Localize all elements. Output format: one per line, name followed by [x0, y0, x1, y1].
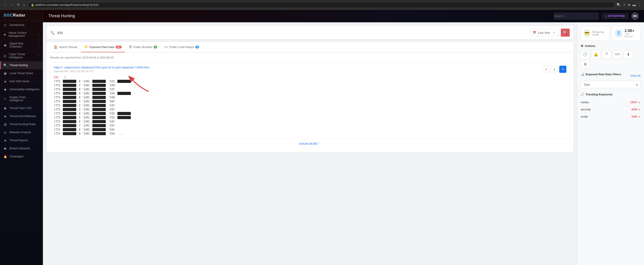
credit-icon: 💳	[584, 29, 590, 37]
redacted-block	[92, 104, 106, 107]
action-code-btn[interactable]: </>	[613, 50, 622, 58]
sidebar-item-digital-risk[interactable]: ◉ Digital Risk Protection ›	[0, 40, 43, 50]
sidebar-item-label: Malware Analysis	[10, 131, 31, 134]
browser-extension-icon[interactable]: ▬	[632, 3, 636, 7]
search-icon: 🔍	[50, 31, 54, 35]
edit-btn[interactable]: ✎	[559, 66, 566, 73]
content-area: 🔍 📅 Last Year ✕ 🔍 🏠 Search Res	[43, 22, 644, 265]
result-actions: ↗ ⇓ ✎	[542, 66, 566, 73]
records-icon: 🗄	[615, 29, 622, 37]
action-alert-btn[interactable]: 🔔	[592, 50, 600, 58]
open-external-btn[interactable]: ↗	[542, 66, 550, 73]
forward-button[interactable]: →	[10, 2, 15, 7]
sidebar-item-label: Supply Chain Intelligence	[9, 96, 40, 102]
sidebar: SOCRadar ⊙ Dashboards ◈ Attack Surface M…	[0, 10, 43, 265]
browser-menu-icon[interactable]: ⋮	[638, 3, 641, 7]
search-button[interactable]: 🔍	[561, 29, 570, 37]
home-button[interactable]: ⌂	[22, 2, 26, 7]
show-more-label: SHOW MORE	[299, 142, 318, 145]
sidebar-item-cyber-threat[interactable]: ◎ Cyber Threat Intelligence ˅	[0, 50, 43, 61]
browser-star-icon[interactable]: ★	[628, 3, 630, 7]
trending-up-icon: ▲	[638, 108, 640, 111]
result-link[interactable]: https:// .org/premium-database/135m-gsm-…	[54, 66, 566, 69]
enterprise-label: ENTERPRISE	[608, 14, 625, 18]
redacted-block	[63, 112, 76, 115]
sidebar-item-breach[interactable]: ◉ Breach Datasets	[0, 144, 43, 152]
sidebar-item-label: Dark Web News	[10, 80, 30, 83]
sidebar-item-threat-hunting[interactable]: 🔍 Threat Hunting	[0, 61, 43, 69]
redacted-block	[92, 96, 106, 99]
clear-all-button[interactable]: Clear All	[630, 74, 640, 77]
tab-public-buckets[interactable]: 🗄 Public Buckets 0	[125, 42, 161, 52]
refresh-button[interactable]: ↻	[16, 2, 21, 7]
redacted-block	[92, 120, 106, 123]
redacted-block	[63, 124, 76, 127]
user-avatar[interactable]: MS	[632, 12, 639, 20]
sidebar-item-label: Threat Actor/Malware	[10, 115, 36, 118]
redacted-block	[118, 116, 131, 119]
back-button[interactable]: ←	[3, 2, 8, 7]
browser-share-icon[interactable]: ⇧	[623, 3, 626, 7]
vulnerability-icon: ◆	[3, 88, 7, 91]
sidebar-item-label: Breach Datasets	[10, 147, 30, 150]
sidebar-item-malware[interactable]: ◎ Malware Analysis	[0, 128, 43, 136]
dashboards-icon: ⊙	[3, 23, 7, 27]
action-icons-group: 🕐 🔔 ? </> ⬆ ⚙	[581, 50, 640, 68]
table-row: (773 9 '1291 '554 ...	[54, 132, 566, 136]
browser-navigation[interactable]: ← → ↻ ⌂	[3, 2, 26, 7]
date-selector[interactable]: 📅 Last Year ✕	[530, 29, 558, 36]
page-title: Threat Hunting	[48, 14, 550, 18]
redacted-block	[63, 108, 76, 111]
action-clock-btn[interactable]: 🕐	[581, 50, 590, 58]
filter-header: 📊 Exposed Raw Data Filters Clear All	[581, 73, 640, 79]
tab-badge-exposed: 10+	[116, 45, 122, 48]
enterprise-badge: ♦ ENTERPRISE	[602, 13, 628, 19]
download-btn[interactable]: ⇓	[551, 66, 558, 73]
show-more-button[interactable]: SHOW MORE ˅	[50, 139, 570, 149]
sidebar-item-local-threat[interactable]: ▣ Local Threat Share	[0, 69, 43, 77]
action-upload-btn[interactable]: ⬆	[624, 50, 632, 58]
action-settings-btn[interactable]: ⚙	[581, 60, 590, 68]
redacted-block	[118, 112, 131, 115]
trending-count: 2835 ▲	[631, 108, 640, 111]
search-input[interactable]	[57, 31, 527, 35]
clear-date-icon[interactable]: ✕	[553, 31, 555, 34]
browser-bar: ← → ↻ ⌂ 🔒 platform.socradar.com/app/thre…	[0, 0, 644, 10]
tab-exposed-raw[interactable]: 📁 Exposed Raw Data 10+	[81, 42, 125, 52]
redacted-block	[63, 88, 76, 91]
tab-label: Search Result	[59, 45, 77, 49]
sidebar-item-label: Threat Feed / IOC	[10, 107, 32, 110]
tab-search-result[interactable]: 🏠 Search Result	[50, 42, 81, 52]
sidebar-item-attack-surface[interactable]: ◈ Attack Surface Management ›	[0, 29, 43, 40]
redacted-block	[63, 96, 76, 99]
sidebar-item-threat-feed[interactable]: ◉ Threat Feed / IOC	[0, 104, 43, 112]
actions-section-title: ⚙ Actions	[581, 44, 640, 48]
result-meta: Exposed File - 2023 Jun 28 3:4 UTC	[54, 70, 566, 73]
redacted-block	[92, 84, 106, 87]
table-row: (773 6 '1291 '531	[54, 79, 566, 83]
sidebar-item-threat-reports[interactable]: ◈ Threat Reports	[0, 136, 43, 144]
search-bar-container: 🔍 📅 Last Year ✕ 🔍	[46, 26, 573, 39]
sidebar-item-label: Threat Hunting Rules	[10, 123, 36, 126]
sidebar-item-campaigns[interactable]: 🔥 Campaigns	[0, 152, 43, 160]
main-content: Threat Hunting ♦ ENTERPRISE MS 🔍 📅	[43, 10, 644, 265]
redacted-block	[63, 84, 76, 87]
tab-public-code[interactable]: <> Public Code Repos 0	[161, 42, 202, 52]
url-bar[interactable]: 🔒 platform.socradar.com/app/threat-hunti…	[28, 2, 615, 8]
sidebar-item-threat-actor[interactable]: ◈ Threat Actor/Malware	[0, 112, 43, 120]
action-question-btn[interactable]: ?	[602, 50, 611, 58]
trending-keyword: media	[581, 101, 588, 104]
sidebar-item-dashboards[interactable]: ⊙ Dashboards	[0, 21, 43, 29]
header-search-input[interactable]	[554, 13, 598, 19]
browser-search-icon[interactable]: 🔍	[616, 3, 621, 7]
sidebar-item-dark-web[interactable]: ◈ Dark Web News	[0, 77, 43, 85]
code-icon: <>	[164, 45, 168, 49]
url-text: platform.socradar.com/app/threat-hunting…	[36, 3, 98, 6]
redacted-block	[92, 116, 106, 119]
sidebar-item-supply-chain[interactable]: ◇ Supply Chain Intelligence	[0, 93, 43, 104]
sidebar-item-threat-rules[interactable]: ▤ Threat Hunting Rules	[0, 120, 43, 128]
sidebar-item-vulnerability[interactable]: ◆ Vulnerability Intelligence	[0, 85, 43, 93]
redacted-block	[118, 80, 131, 83]
trending-keyword: security	[581, 108, 591, 111]
type-filter-select[interactable]: Type	[581, 81, 640, 88]
